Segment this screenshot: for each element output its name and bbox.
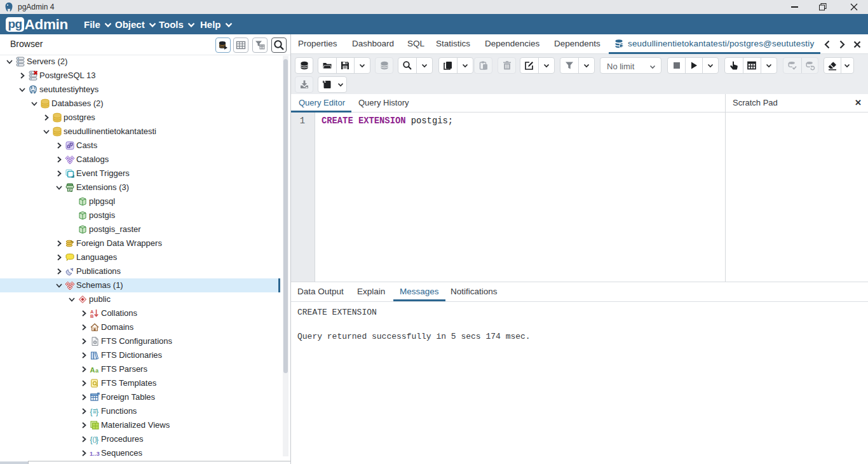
svg-text:B: B (90, 313, 94, 318)
svg-text:A: A (90, 366, 95, 374)
svg-text:1..3: 1..3 (90, 450, 100, 457)
svg-text:(): () (93, 436, 97, 443)
svg-text:a: a (95, 367, 99, 374)
svg-text:{: { (90, 407, 93, 416)
svg-text:}: } (96, 407, 98, 416)
